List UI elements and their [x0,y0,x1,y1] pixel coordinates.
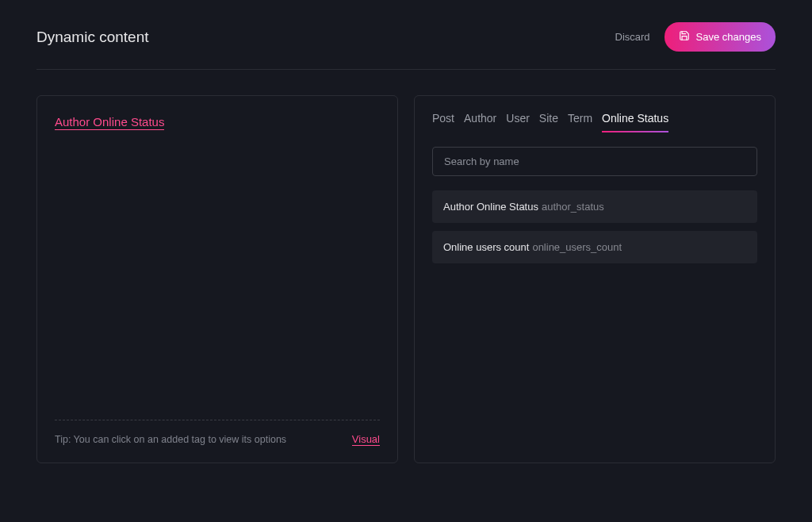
tip-text: Tip: You can click on an added tag to vi… [55,434,286,445]
search-input[interactable] [432,147,757,176]
page-title: Dynamic content [36,29,149,46]
tab-term[interactable]: Term [568,112,592,132]
save-icon [679,30,690,44]
tag-picker-panel: PostAuthorUserSiteTermOnline Status Auth… [414,95,776,463]
result-item-online_users_count[interactable]: Online users countonline_users_count [432,231,757,263]
result-label: Author Online Status [443,201,538,213]
editor-divider [55,420,380,420]
tab-user[interactable]: User [506,112,530,132]
result-label: Online users count [443,241,529,253]
visual-toggle-link[interactable]: Visual [352,433,380,446]
editor-area[interactable]: Author Online Status [37,96,397,149]
tab-online-status[interactable]: Online Status [602,112,668,132]
tab-author[interactable]: Author [464,112,496,132]
tab-post[interactable]: Post [432,112,454,132]
result-slug: author_status [542,201,604,213]
editor-panel: Author Online Status Tip: You can click … [36,95,398,463]
result-slug: online_users_count [532,241,622,253]
save-changes-button[interactable]: Save changes [665,22,776,52]
discard-button[interactable]: Discard [615,31,650,43]
save-button-label: Save changes [696,31,761,43]
tab-site[interactable]: Site [539,112,558,132]
result-item-author_status[interactable]: Author Online Statusauthor_status [432,190,757,223]
inserted-tag-author-online-status[interactable]: Author Online Status [55,115,164,130]
